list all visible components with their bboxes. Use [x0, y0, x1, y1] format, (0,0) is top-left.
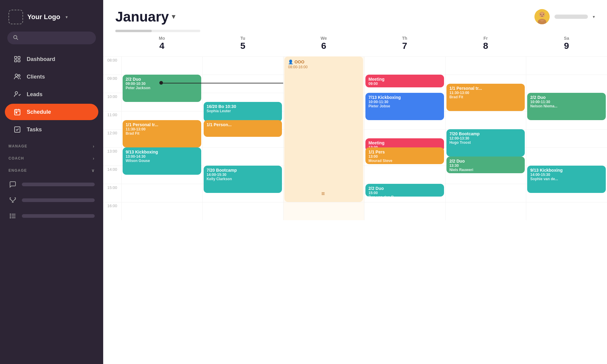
cal-header-we: We 6: [283, 32, 364, 56]
cal-header-mo: Mo 4: [121, 32, 202, 56]
cell-we-08:00: [283, 56, 364, 75]
search-bar[interactable]: [7, 32, 96, 44]
engage-section[interactable]: ENGAGE ∨: [0, 163, 103, 175]
cell-tu-11:00: [202, 111, 283, 129]
calendar-grid: Mo 4 Tu 5 We 6 Th 7 Fr 8 Sa 9: [103, 32, 607, 220]
cell-fr-15:00: [445, 184, 526, 202]
cell-fr-16:00: [445, 202, 526, 220]
cell-we-15:00: [283, 184, 364, 202]
sidebar: Your Logo ▾ Dashboard Clients: [0, 0, 103, 364]
time-header-empty: [103, 32, 121, 56]
cal-header-sa: Sa 9: [526, 32, 607, 56]
cell-th-12:00: [364, 129, 445, 147]
nav-clients[interactable]: Clients: [5, 69, 98, 85]
cell-mo-11:00: [121, 111, 202, 129]
search-icon: [13, 35, 18, 41]
engage-item-messages[interactable]: [5, 177, 98, 192]
manage-section[interactable]: MANAGE ›: [0, 138, 103, 150]
sidebar-logo[interactable]: Your Logo ▾: [0, 0, 103, 32]
schedule-icon: [13, 108, 21, 116]
svg-rect-2: [15, 56, 17, 59]
cell-sa-12:00: [526, 129, 607, 147]
month-caret-icon[interactable]: ▾: [172, 13, 175, 21]
clients-label: Clients: [27, 74, 45, 80]
cell-th-11:00: [364, 111, 445, 129]
svg-point-18: [10, 214, 11, 214]
cell-th-16:00: [364, 202, 445, 220]
logo-text: Your Logo: [27, 13, 60, 21]
cell-we-10:00: [283, 93, 364, 111]
cell-tu-09:00: [202, 75, 283, 93]
cell-we-09:00: [283, 75, 364, 93]
cell-tu-14:00: [202, 166, 283, 184]
cell-th-14:00: [364, 166, 445, 184]
cell-we-16:00: [283, 202, 364, 220]
svg-point-20: [10, 217, 11, 218]
svg-rect-5: [18, 60, 20, 62]
messages-icon: [8, 180, 17, 189]
cell-we-14:00: [283, 166, 364, 184]
progress-bar-wrap: [103, 25, 607, 32]
calendar-wrap[interactable]: Mo 4 Tu 5 We 6 Th 7 Fr 8 Sa 9: [103, 32, 607, 364]
clients-icon: [13, 73, 21, 81]
cell-sa-10:00: [526, 93, 607, 111]
svg-line-1: [17, 39, 18, 40]
svg-point-25: [540, 12, 544, 17]
coach-caret-icon: ›: [93, 156, 95, 161]
cell-mo-13:00: [121, 147, 202, 166]
svg-point-7: [18, 75, 20, 76]
engage-items: [0, 175, 103, 226]
cell-sa-16:00: [526, 202, 607, 220]
time-label-08:00: 08:00: [103, 56, 121, 75]
engage-item-tasks2[interactable]: [5, 208, 98, 224]
nav-leads[interactable]: Leads: [5, 86, 98, 103]
time-label-09:00: 09:00: [103, 75, 121, 93]
cell-tu-10:00: [202, 93, 283, 111]
svg-rect-4: [15, 60, 17, 62]
time-label-11:00: 11:00: [103, 111, 121, 129]
progress-bar-fill: [115, 30, 152, 32]
list-icon: [8, 212, 17, 220]
nav-tasks[interactable]: Tasks: [5, 121, 98, 138]
leads-label: Leads: [27, 91, 42, 98]
progress-bar-bg: [115, 30, 200, 32]
svg-point-0: [14, 35, 17, 39]
cell-fr-13:00: [445, 147, 526, 166]
trophy-icon: [8, 196, 17, 204]
user-caret-icon[interactable]: ▾: [593, 14, 595, 19]
dashboard-label: Dashboard: [27, 56, 55, 62]
cell-sa-15:00: [526, 184, 607, 202]
search-input[interactable]: [21, 35, 90, 41]
svg-rect-9: [15, 110, 20, 115]
cell-tu-08:00: [202, 56, 283, 75]
cell-th-08:00: [364, 56, 445, 75]
cell-sa-14:00: [526, 166, 607, 184]
month-title: January ▾: [115, 8, 175, 25]
cell-fr-11:00: [445, 111, 526, 129]
header-right: ▾: [534, 9, 595, 24]
cell-mo-08:00: [121, 56, 202, 75]
svg-rect-13: [16, 112, 17, 113]
nav-schedule[interactable]: Schedule: [5, 104, 98, 120]
cell-tu-13:00: [202, 147, 283, 166]
nav-dashboard[interactable]: Dashboard: [5, 51, 98, 67]
cell-fr-09:00: [445, 75, 526, 93]
cell-mo-09:00: [121, 75, 202, 93]
cell-mo-12:00: [121, 129, 202, 147]
time-label-10:00: 10:00: [103, 93, 121, 111]
svg-point-19: [10, 216, 11, 216]
avatar[interactable]: [534, 9, 550, 24]
main-header: January ▾ ▾: [103, 0, 607, 25]
dashboard-icon: [13, 55, 21, 63]
cal-header-fr: Fr 8: [445, 32, 526, 56]
cell-tu-12:00: [202, 129, 283, 147]
time-label-16:00: 16:00: [103, 202, 121, 220]
svg-point-8: [15, 92, 18, 94]
engage-label-bar-tasks2: [22, 214, 95, 218]
cell-we-13:00: [283, 147, 364, 166]
cell-sa-13:00: [526, 147, 607, 166]
coach-section[interactable]: COACH ›: [0, 150, 103, 163]
logo-caret-icon[interactable]: ▾: [66, 15, 68, 19]
cell-mo-16:00: [121, 202, 202, 220]
engage-item-rewards[interactable]: [5, 192, 98, 208]
